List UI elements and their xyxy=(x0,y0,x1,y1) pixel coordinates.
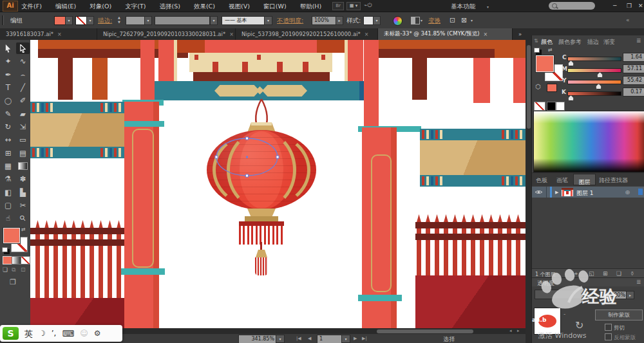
slider-track-k[interactable] xyxy=(567,91,621,96)
zoom-level-field[interactable]: 341.85% xyxy=(238,335,277,343)
new-layer-icon[interactable]: ❏ xyxy=(616,270,621,277)
menu-help[interactable]: 帮助(H) xyxy=(300,3,322,10)
tab-color-guide[interactable]: 颜色参考 xyxy=(558,38,582,46)
stroke-weight-up-icon[interactable]: ▲ xyxy=(118,15,124,19)
zoom-caret-icon[interactable]: ▾ xyxy=(276,335,285,343)
tab-brushes[interactable]: 画笔 xyxy=(556,176,568,185)
doc-tab-4-active[interactable]: 未标题-33* @ 341.85% (CMYK/预览) × xyxy=(378,28,513,40)
tab-gradient[interactable]: 渐变 xyxy=(603,38,615,46)
isolate-selected-icon[interactable]: ⊠ xyxy=(461,16,467,24)
tab-pathfinder[interactable]: 路径查找器 xyxy=(599,176,628,185)
menu-view[interactable]: 视图(V) xyxy=(229,3,250,10)
prev-artboard-icon[interactable]: ◀ xyxy=(308,336,311,341)
workspace-caret-icon[interactable]: ▾ xyxy=(487,5,489,9)
slider-track-y[interactable] xyxy=(567,80,621,84)
fill-swatch[interactable] xyxy=(536,55,554,72)
doc-tab-2[interactable]: Nipic_7262799_20190920103330028031.ai* × xyxy=(97,28,236,40)
artboard-caret-icon[interactable]: ▾ xyxy=(341,335,350,343)
tab-overflow-icon[interactable]: » xyxy=(513,28,527,40)
direct-selection-tool[interactable] xyxy=(16,42,30,54)
curvature-tool[interactable]: ⌢ xyxy=(16,69,30,80)
menu-window[interactable]: 窗口(W) xyxy=(263,3,287,10)
hand-tool[interactable]: ☝ xyxy=(1,212,15,224)
scroll-right-icon[interactable]: ▸ xyxy=(517,328,520,333)
pencil-tool[interactable]: ✎ xyxy=(1,108,15,120)
column-graph-tool[interactable]: ▙ xyxy=(16,187,30,198)
align-icon[interactable] xyxy=(411,17,420,24)
default-swatches-icon[interactable] xyxy=(2,247,8,252)
white-swatch[interactable] xyxy=(556,102,565,111)
zoom-tool[interactable]: ⚲ xyxy=(16,212,30,224)
stroke-caret-icon[interactable]: ▾ xyxy=(86,16,94,25)
panel-menu-icon[interactable]: ≣ xyxy=(636,279,641,285)
workspace-switcher[interactable]: 基本功能 xyxy=(451,3,475,10)
blend-tool[interactable]: ◧ xyxy=(1,187,15,198)
minimize-button[interactable]: ─ xyxy=(613,3,616,9)
invert-mask-checkbox[interactable] xyxy=(605,333,612,340)
bounding-box-icon[interactable]: ⊡ xyxy=(450,16,455,24)
next-artboard-icon[interactable]: ▶ xyxy=(354,336,357,341)
default-swatches-icon[interactable] xyxy=(534,48,540,53)
doc-tab-1[interactable]: 33916183037.ai* × xyxy=(0,28,97,40)
draw-inside-icon[interactable]: ⊡ xyxy=(21,266,26,273)
tab-color[interactable]: 颜色 xyxy=(541,38,553,46)
lang-indicator[interactable]: 英 xyxy=(24,329,33,338)
ellipse-tool[interactable]: ◯ xyxy=(1,95,15,106)
gpu-performance-icon[interactable]: ⌁⏻ xyxy=(364,2,375,9)
delete-icon[interactable]: ⚱ xyxy=(630,270,635,277)
app-logo[interactable]: Ai xyxy=(3,1,18,12)
brush-definition-dropdown[interactable]: —— 基本 xyxy=(222,16,268,25)
eyedropper-tool[interactable]: ⚗ xyxy=(1,173,15,185)
moon-icon[interactable]: ☽ xyxy=(39,329,46,337)
type-tool[interactable]: T xyxy=(1,82,15,93)
menu-file[interactable]: 文件(F) xyxy=(21,3,42,10)
ime-toolbar[interactable]: S 英 ☽ ’, ⌨ ☺ ⚙ xyxy=(0,325,122,342)
layer-name[interactable]: 图层 1 xyxy=(576,189,594,198)
mesh-tool[interactable]: ▦ xyxy=(1,160,15,172)
stroke-color-swatch[interactable] xyxy=(75,16,87,25)
opacity-link[interactable]: 不透明度: xyxy=(277,17,303,24)
slider-knob-c[interactable] xyxy=(568,60,574,66)
tab-swatches[interactable]: 色板 xyxy=(536,176,547,185)
fill-swatch-widget[interactable] xyxy=(3,228,20,243)
align-caret-icon[interactable]: ▾ xyxy=(421,18,422,23)
tab-stroke[interactable]: 描边 xyxy=(587,38,599,46)
bridge-button[interactable]: Br xyxy=(332,2,344,10)
style-caret-icon[interactable]: ▾ xyxy=(373,16,381,25)
magic-wand-tool[interactable]: ✦ xyxy=(1,55,15,67)
draw-behind-icon[interactable]: ⧉ xyxy=(12,266,15,273)
restore-button[interactable]: ❐ xyxy=(627,3,632,9)
selection-anchor[interactable] xyxy=(276,156,279,158)
transform-link[interactable]: 变换 xyxy=(428,17,440,24)
stroke-weight-field[interactable] xyxy=(126,16,146,25)
eraser-tool[interactable]: ▰ xyxy=(16,108,30,120)
selection-tool[interactable] xyxy=(1,42,15,54)
color-mode-button[interactable] xyxy=(3,256,12,264)
draw-normal-icon[interactable]: ❏ xyxy=(3,266,8,273)
first-artboard-icon[interactable]: |◀ xyxy=(296,336,301,341)
slider-knob-y[interactable] xyxy=(596,84,601,89)
tab-close-icon[interactable]: × xyxy=(57,32,62,37)
opacity-caret-icon[interactable]: ▸ xyxy=(336,16,343,25)
symbol-sprayer-tool[interactable]: ✽ xyxy=(16,173,30,185)
collapse-options-icon[interactable]: « xyxy=(626,17,630,23)
tab-close-icon[interactable]: × xyxy=(365,32,369,37)
make-mask-button[interactable]: 制作蒙版 xyxy=(595,310,643,320)
none-mode-button[interactable] xyxy=(21,256,30,264)
rotate-tool[interactable]: ↻ xyxy=(1,121,15,133)
recolor-artwork-icon[interactable] xyxy=(393,16,402,26)
locate-icon[interactable]: ⌖ xyxy=(574,270,578,277)
sogou-logo[interactable]: S xyxy=(3,327,19,340)
bb-caret-icon[interactable]: ▾ xyxy=(471,18,473,23)
tab-layers[interactable]: 图层 xyxy=(573,174,596,185)
slider-track-c[interactable] xyxy=(567,57,621,61)
style-swatch[interactable] xyxy=(363,16,374,25)
width-tool[interactable]: ↔ xyxy=(1,134,15,145)
width-profile-caret-icon[interactable]: ▾ xyxy=(210,16,218,25)
scale-tool[interactable]: ⇲ xyxy=(16,121,30,133)
gamut-swatch[interactable] xyxy=(547,84,557,92)
canvas-artboard[interactable] xyxy=(30,40,526,328)
width-profile-dropdown[interactable] xyxy=(155,16,210,25)
clip-mask-icon[interactable]: ◱ xyxy=(589,270,594,277)
selection-center-point[interactable] xyxy=(246,156,248,158)
